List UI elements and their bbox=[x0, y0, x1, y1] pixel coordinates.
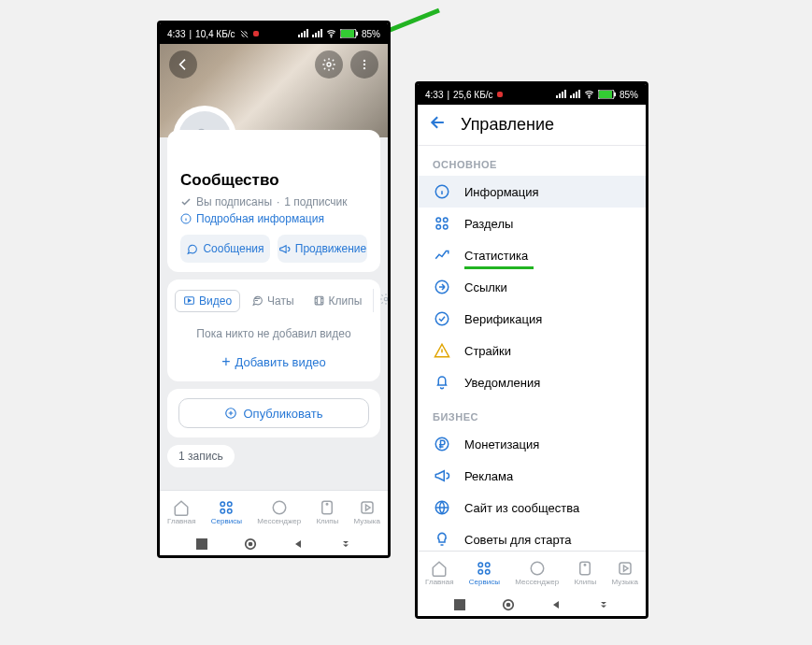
messages-button[interactable]: Сообщения bbox=[180, 235, 270, 263]
tabs-settings[interactable] bbox=[373, 289, 388, 312]
back-button[interactable] bbox=[169, 50, 197, 79]
phone-management: 4:33 | 25,6 КБ/с 85% Управление ОСНОВНОЕ… bbox=[415, 81, 648, 619]
bottom-nav: Главная Сервисы Мессенджер Клипы Музыка bbox=[418, 551, 646, 594]
grid-icon bbox=[434, 215, 450, 232]
nav-messenger[interactable]: Мессенджер bbox=[515, 560, 559, 586]
signal-icon bbox=[569, 90, 580, 99]
plus-circle-icon bbox=[224, 407, 237, 420]
video-icon bbox=[183, 294, 195, 307]
recents-icon[interactable] bbox=[454, 599, 465, 610]
wifi-icon bbox=[325, 29, 337, 38]
publish-button[interactable]: Опубликовать bbox=[178, 398, 369, 428]
bottom-nav: Главная Сервисы Мессенджер Клипы Музыка bbox=[160, 490, 388, 533]
community-info-card: Сообщество Вы подписаны · 1 подписчик По… bbox=[167, 130, 380, 272]
svg-point-41 bbox=[486, 563, 491, 567]
ruble-icon bbox=[434, 436, 450, 452]
community-title: Сообщество bbox=[180, 171, 367, 190]
down-sys-icon[interactable] bbox=[340, 538, 351, 550]
detailed-info-link[interactable]: Подробная информация bbox=[180, 212, 367, 225]
back-sys-icon[interactable] bbox=[292, 538, 304, 550]
status-bar: 4:33 | 25,6 КБ/с 85% bbox=[418, 84, 646, 105]
chat-icon bbox=[186, 243, 198, 255]
home-sys-icon[interactable] bbox=[244, 538, 257, 551]
management-title: Управление bbox=[461, 115, 554, 135]
globe-icon bbox=[434, 499, 450, 516]
tab-clips[interactable]: Клипы bbox=[306, 291, 370, 311]
clips-icon bbox=[577, 560, 593, 577]
gear-icon bbox=[321, 57, 336, 72]
svg-point-16 bbox=[221, 502, 225, 507]
svg-point-27 bbox=[589, 97, 590, 98]
svg-rect-30 bbox=[614, 93, 616, 96]
mute-icon bbox=[239, 29, 249, 39]
warning-icon bbox=[434, 342, 450, 359]
battery-icon bbox=[598, 90, 617, 99]
system-nav bbox=[160, 533, 388, 555]
home-sys-icon[interactable] bbox=[502, 598, 515, 611]
svg-point-6 bbox=[363, 60, 365, 62]
status-time: 4:33 bbox=[425, 90, 443, 100]
publish-card: Опубликовать bbox=[167, 389, 380, 437]
svg-point-19 bbox=[228, 509, 233, 513]
nav-messenger[interactable]: Мессенджер bbox=[257, 499, 301, 525]
nav-clips[interactable]: Клипы bbox=[316, 499, 338, 525]
row-monetization[interactable]: Монетизация bbox=[418, 428, 646, 460]
svg-point-44 bbox=[531, 562, 544, 575]
svg-rect-4 bbox=[356, 32, 358, 36]
info-icon bbox=[180, 213, 192, 224]
row-notifications[interactable]: Уведомления bbox=[418, 366, 646, 398]
bell-icon bbox=[434, 374, 450, 391]
grid-icon bbox=[218, 499, 235, 516]
svg-point-17 bbox=[228, 502, 233, 507]
svg-point-32 bbox=[436, 218, 441, 222]
nav-clips[interactable]: Клипы bbox=[574, 560, 596, 586]
wifi-icon bbox=[583, 90, 595, 99]
row-links[interactable]: Ссылки bbox=[418, 271, 646, 303]
community-cover bbox=[160, 44, 388, 137]
svg-point-43 bbox=[486, 569, 491, 574]
more-button[interactable] bbox=[350, 50, 378, 79]
svg-rect-3 bbox=[341, 30, 354, 37]
grid-icon bbox=[476, 560, 492, 577]
nav-music[interactable]: Музыка bbox=[354, 499, 380, 525]
add-video-link[interactable]: + Добавить видео bbox=[175, 353, 373, 370]
nav-music[interactable]: Музыка bbox=[612, 560, 638, 586]
tab-chats[interactable]: Чаты bbox=[244, 291, 302, 311]
row-verification[interactable]: Верификация bbox=[418, 303, 646, 335]
settings-button[interactable] bbox=[315, 50, 343, 79]
nav-services[interactable]: Сервисы bbox=[469, 560, 500, 586]
system-nav bbox=[418, 594, 646, 616]
svg-point-33 bbox=[444, 218, 449, 222]
row-strikes[interactable]: Страйки bbox=[418, 335, 646, 366]
promotion-button[interactable]: Продвижение bbox=[278, 235, 367, 263]
signal-icon bbox=[555, 90, 566, 99]
svg-point-42 bbox=[478, 569, 483, 574]
status-bar: 4:33 | 10,4 КБ/с 85% bbox=[160, 23, 388, 44]
tab-video[interactable]: Видео bbox=[175, 290, 240, 312]
clips-icon bbox=[319, 499, 335, 516]
down-sys-icon[interactable] bbox=[598, 599, 609, 610]
signal-icon bbox=[297, 29, 308, 38]
empty-video-text: Пока никто не добавил видео bbox=[175, 327, 373, 340]
row-statistics[interactable]: Статистика bbox=[418, 239, 646, 271]
row-tips[interactable]: Советы для старта bbox=[418, 523, 646, 551]
row-site[interactable]: Сайт из сообщества bbox=[418, 492, 646, 523]
chats-icon bbox=[251, 294, 264, 307]
nav-home[interactable]: Главная bbox=[167, 499, 195, 525]
subscribed-label: Вы подписаны bbox=[196, 195, 272, 208]
back-sys-icon[interactable] bbox=[550, 599, 562, 610]
row-advertising[interactable]: Реклама bbox=[418, 460, 646, 492]
recents-icon[interactable] bbox=[196, 538, 207, 550]
row-information[interactable]: Информация bbox=[418, 176, 646, 208]
back-arrow[interactable] bbox=[429, 113, 448, 136]
svg-point-22 bbox=[327, 503, 329, 505]
row-sections[interactable]: Разделы bbox=[418, 208, 646, 239]
chat-icon bbox=[529, 560, 546, 577]
stats-highlight bbox=[464, 266, 534, 269]
nav-home[interactable]: Главная bbox=[425, 560, 453, 586]
link-icon bbox=[434, 279, 450, 295]
nav-services[interactable]: Сервисы bbox=[211, 499, 242, 525]
svg-point-34 bbox=[436, 225, 441, 230]
megaphone-icon bbox=[278, 243, 291, 255]
clips-icon bbox=[313, 294, 325, 307]
